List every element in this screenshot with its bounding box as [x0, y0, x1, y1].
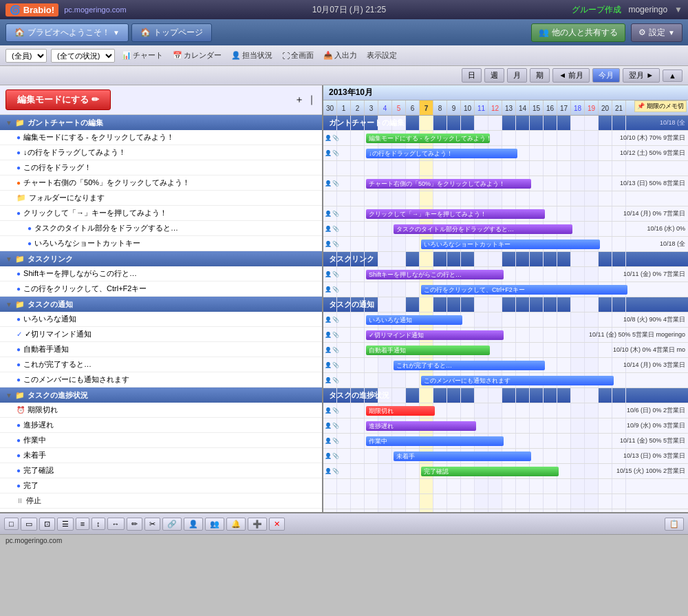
toolbar-btn-5[interactable]: ≡	[76, 518, 89, 530]
task-item-23[interactable]: ● いつでもお気軽にサポートまで！（03-6279-4515）	[0, 509, 322, 512]
collapse-icon-progress[interactable]: ▼	[6, 392, 12, 399]
gantt-row-26[interactable]: 👤📎いつでもお気軽にサポートまで！（03 6279-4515）	[323, 509, 688, 512]
toolbar-btn-add[interactable]: ➕	[248, 518, 267, 531]
share-button[interactable]: 👥 他の人と共有する	[531, 23, 625, 42]
status-select[interactable]: (全ての状況)	[51, 49, 115, 63]
task-item-8[interactable]: ● いろいろなショートカットキー	[0, 236, 322, 251]
gantt-bar-11[interactable]: この行をクリックして、Ctrl+F2キー	[421, 285, 627, 295]
toolbar-btn-delete[interactable]: ✕	[269, 518, 285, 531]
task-item-22[interactable]: ⏸ 停止	[0, 493, 322, 509]
gantt-row-2[interactable]: 👤📎↓の行をドラッグしてみよう！10/12 (土) 50% 9営業日	[323, 146, 688, 161]
collapse-icon-gantt[interactable]: ▼	[6, 119, 12, 127]
io-button[interactable]: 📥 入出力	[321, 49, 360, 62]
task-item-12[interactable]: ✓ ✓切リマインド通知	[0, 327, 322, 342]
toppage-tab[interactable]: 🏠 トップページ	[131, 23, 212, 42]
task-item-6[interactable]: ● クリックして「→」キーを押してみよう！	[0, 206, 322, 221]
task-item-5[interactable]: 📁 フォルダーになります	[0, 191, 322, 206]
gantt-row-3[interactable]	[323, 161, 688, 176]
task-item-20[interactable]: ● 完了確認	[0, 463, 322, 478]
gantt-bar-13[interactable]: いろいろな通知	[366, 315, 462, 325]
gantt-bar-4[interactable]: チャート右側の「50%」をクリックしてみよう！	[366, 179, 531, 189]
gantt-bar-15[interactable]: 自動着手通知	[366, 346, 490, 355]
collapse-icon-notify[interactable]: ▼	[6, 301, 12, 308]
add-task-btn[interactable]: ＋	[294, 94, 304, 106]
task-item-14[interactable]: ● これが完了すると…	[0, 357, 322, 372]
toolbar-btn-link[interactable]: 🔗	[162, 518, 182, 531]
group-create-link[interactable]: グループ作成	[572, 4, 621, 16]
toolbar-btn-clipboard[interactable]: 📋	[665, 518, 684, 531]
toolbar-btn-cut[interactable]: ✂	[144, 518, 160, 531]
task-item-13[interactable]: ● 自動着手通知	[0, 342, 322, 357]
gantt-bar-8[interactable]: いろいろなショートカットキー	[421, 240, 600, 249]
group-header-progress[interactable]: ▼ 📁 タスクの進捗状況	[0, 387, 322, 403]
month-view-btn[interactable]: 月	[507, 68, 527, 83]
gantt-row-10[interactable]: 👤📎Shiftキーを押しながらこの行と…10/11 (金) 0% 7営業日	[323, 267, 688, 282]
gantt-row-1[interactable]: 👤📎編集モードにする - をクリックしてみよう！10/10 (木) 70% 9営…	[323, 131, 688, 146]
task-item-21[interactable]: ● 完了	[0, 478, 322, 493]
gantt-row-0[interactable]: ガントチャートの編集10/18 (全	[323, 116, 688, 131]
gantt-bar-23[interactable]: 完了確認	[421, 467, 559, 476]
gantt-row-7[interactable]: 👤📎タスクのタイトル部分をドラッグすると…10/16 (水) 0%	[323, 222, 688, 237]
gantt-row-12[interactable]: タスクの通知	[323, 297, 688, 312]
gantt-row-20[interactable]: 👤📎進捗遅れ10/9 (水) 0% 3営業日	[323, 418, 688, 434]
task-item-2[interactable]: ● ↓の行をドラッグしてみよう！	[0, 145, 322, 160]
gantt-row-13[interactable]: 👤📎いろいろな通知10/8 (火) 90% 4営業日	[323, 312, 688, 328]
task-item-10[interactable]: ● この行をクリックして、Ctrl+F2キー	[0, 282, 322, 297]
gantt-row-21[interactable]: 👤📎作業中10/11 (金) 50% 5営業日	[323, 434, 688, 449]
gantt-body[interactable]: ガントチャートの編集10/18 (全👤📎編集モードにする - をクリックしてみよ…	[323, 116, 688, 512]
member-select[interactable]: (全員)	[6, 49, 47, 63]
settings-button[interactable]: ⚙ 設定 ▼	[631, 23, 682, 42]
gantt-row-25[interactable]	[323, 494, 688, 509]
gantt-row-14[interactable]: 👤📎✓切リマインド通知10/11 (金) 50% 5営業日 mogeringo	[323, 328, 688, 343]
day-view-btn[interactable]: 日	[462, 68, 482, 83]
gantt-row-24[interactable]	[323, 479, 688, 494]
toolbar-btn-4[interactable]: ☰	[57, 518, 74, 531]
group-header-gantt[interactable]: ▼ 📁 ガントチャートの編集	[0, 115, 322, 130]
toolbar-btn-users[interactable]: 👥	[205, 518, 224, 531]
gantt-row-4[interactable]: 👤📎チャート右側の「50%」をクリックしてみよう！10/13 (日) 50% 8…	[323, 176, 688, 191]
toolbar-btn-bell[interactable]: 🔔	[226, 518, 246, 531]
toolbar-btn-user[interactable]: 👤	[184, 518, 203, 531]
group-header-notify[interactable]: ▼ 📁 タスクの通知	[0, 297, 322, 312]
user-menu-arrow[interactable]: ▼	[674, 5, 682, 14]
gantt-row-5[interactable]	[323, 191, 688, 206]
gantt-row-23[interactable]: 👤📎完了確認10/15 (火) 100% 2営業日	[323, 464, 688, 479]
toolbar-btn-7[interactable]: ↔	[107, 518, 125, 530]
gantt-bar-22[interactable]: 未着手	[394, 452, 531, 461]
expand-tree-btn[interactable]: ｜	[307, 94, 316, 106]
gantt-bar-7[interactable]: タスクのタイトル部分をドラッグすると…	[394, 224, 572, 234]
gantt-bar-17[interactable]: このメンバーにも通知されます	[421, 376, 614, 385]
gantt-bar-19[interactable]: 期限切れ	[366, 406, 435, 416]
gantt-bar-6[interactable]: クリックして「→」キーを押してみよう！	[366, 209, 545, 219]
gantt-row-17[interactable]: 👤📎このメンバーにも通知されます	[323, 373, 688, 388]
period-view-btn[interactable]: 期	[530, 68, 550, 83]
calendar-button[interactable]: 📅 カレンダー	[170, 49, 224, 62]
task-item-19[interactable]: ● 未着手	[0, 448, 322, 463]
next-month-btn[interactable]: 翌月 ►	[623, 68, 660, 83]
toolbar-btn-3[interactable]: ⊡	[39, 518, 55, 531]
gantt-row-22[interactable]: 👤📎未着手10/13 (日) 0% 3営業日	[323, 449, 688, 464]
gantt-row-11[interactable]: 👤📎この行をクリックして、Ctrl+F2キー	[323, 282, 688, 297]
today-btn[interactable]: 今月	[592, 68, 620, 83]
gantt-row-6[interactable]: 👤📎クリックして「→」キーを押してみよう！10/14 (月) 0% 7営業日	[323, 206, 688, 222]
toolbar-btn-edit[interactable]: ✏	[127, 518, 142, 531]
gantt-bar-10[interactable]: Shiftキーを押しながらこの行と…	[366, 270, 504, 279]
toolbar-btn-2[interactable]: ▭	[21, 518, 37, 531]
gantt-bar-1[interactable]: 編集モードにする - をクリックしてみよう！	[366, 134, 490, 143]
task-item-4[interactable]: ● チャート右側の「50%」をクリックしてみよう！	[0, 176, 322, 191]
week-view-btn[interactable]: 週	[484, 68, 504, 83]
task-item-18[interactable]: ● 作業中	[0, 433, 322, 448]
task-item-16[interactable]: ⏰ 期限切れ	[0, 403, 322, 418]
edit-mode-button[interactable]: 編集モードにする ✏	[6, 89, 111, 110]
collapse-icon-tasklink[interactable]: ▼	[6, 255, 12, 263]
task-item-17[interactable]: ● 進捗遅れ	[0, 418, 322, 433]
gantt-bar-21[interactable]: 作業中	[366, 436, 504, 446]
assignee-button[interactable]: 👤 担当状況	[228, 49, 275, 62]
gantt-bar-16[interactable]: これが完了すると…	[394, 361, 545, 370]
gantt-row-9[interactable]: タスクリンク	[323, 252, 688, 267]
toolbar-btn-1[interactable]: □	[4, 518, 19, 530]
chart-button[interactable]: 📊 チャート	[119, 49, 166, 62]
task-item-15[interactable]: ● このメンバーにも通知されます	[0, 372, 322, 387]
gantt-row-16[interactable]: 👤📎これが完了すると…10/14 (月) 0% 3営業日	[323, 358, 688, 373]
task-item-3[interactable]: ● この行をドラッグ！	[0, 160, 322, 176]
